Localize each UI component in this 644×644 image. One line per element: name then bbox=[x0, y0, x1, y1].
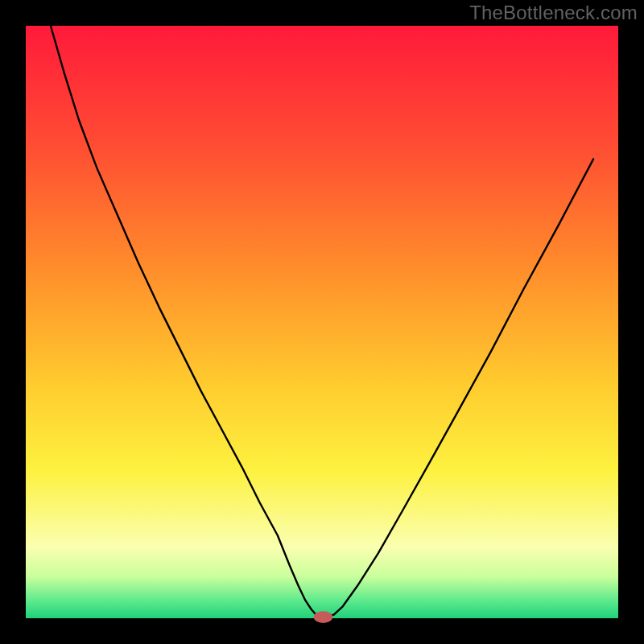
bottleneck-chart: TheBottleneck.com bbox=[0, 0, 644, 644]
plot-background bbox=[26, 26, 618, 618]
attribution-label: TheBottleneck.com bbox=[469, 2, 638, 24]
optimal-point-marker bbox=[314, 611, 333, 623]
chart-canvas bbox=[0, 0, 644, 644]
